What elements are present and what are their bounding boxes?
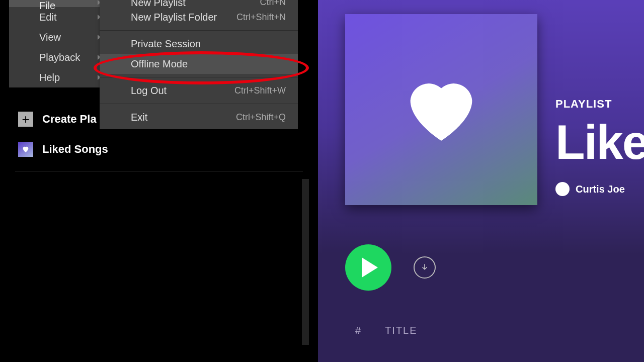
submenu-shortcut: Ctrl+Shift+N [236,12,286,23]
submenu-offline-mode[interactable]: Offline Mode [100,54,298,74]
submenu-shortcut: Ctrl+Shift+Q [236,112,286,123]
menubar: File Edit View Playback Help [9,0,110,87]
playlist-meta: PLAYLIST Like Curtis Joe [555,98,644,196]
play-icon [362,257,378,278]
menu-help[interactable]: Help [9,67,110,87]
menu-view-label: View [39,32,61,43]
avatar [555,182,570,196]
submenu-private-session[interactable]: Private Session [100,34,298,54]
download-button[interactable] [414,256,436,279]
menu-view[interactable]: View [9,27,110,47]
submenu-separator [100,30,298,31]
menu-help-label: Help [39,72,60,83]
scrollbar[interactable] [302,179,309,345]
track-list-header: # TITLE [355,325,644,336]
plus-icon: + [18,112,33,127]
menu-file[interactable]: File [9,0,110,7]
owner-name: Curtis Joe [576,184,625,195]
col-num: # [355,325,362,336]
submenu-label: Private Session [131,38,201,50]
submenu-label: New Playlist Folder [131,12,217,23]
liked-songs-button[interactable]: Liked Songs [18,142,318,157]
sidebar-divider [15,171,303,171]
playlist-controls [345,244,644,291]
create-playlist-label: Create Pla [42,113,97,126]
liked-songs-icon [18,142,33,157]
file-submenu: New Playlist Ctrl+N New Playlist Folder … [100,0,298,129]
submenu-label: New Playlist [131,0,186,9]
menu-edit[interactable]: Edit [9,7,110,27]
heart-icon [22,145,30,153]
sidebar: File Edit View Playback Help New P [0,0,318,362]
submenu-label: Exit [131,112,147,123]
menu-playback[interactable]: Playback [9,47,110,67]
heart-icon [404,76,479,144]
submenu-separator [100,104,298,104]
submenu-log-out[interactable]: Log Out Ctrl+Shift+W [100,80,298,101]
submenu-new-playlist-folder[interactable]: New Playlist Folder Ctrl+Shift+N [100,7,298,27]
submenu-shortcut: Ctrl+N [260,0,286,8]
submenu-separator [100,77,298,77]
submenu-label: Log Out [131,85,167,97]
menu-playback-label: Playback [39,52,80,63]
playlist-tag: PLAYLIST [555,98,644,111]
liked-songs-label: Liked Songs [42,143,108,156]
submenu-new-playlist[interactable]: New Playlist Ctrl+N [100,0,298,7]
menu-edit-label: Edit [39,12,56,23]
download-icon [420,263,429,272]
submenu-shortcut: Ctrl+Shift+W [234,85,286,96]
menu-file-label: File [39,0,55,12]
playlist-title: Like [555,115,644,170]
submenu-label: Offline Mode [131,58,188,70]
submenu-exit[interactable]: Exit Ctrl+Shift+Q [100,107,298,127]
content-area: PLAYLIST Like Curtis Joe # TITLE [318,0,644,362]
col-title: TITLE [385,325,417,336]
play-button[interactable] [345,244,391,291]
playlist-owner[interactable]: Curtis Joe [555,182,644,196]
playlist-cover [345,14,537,205]
